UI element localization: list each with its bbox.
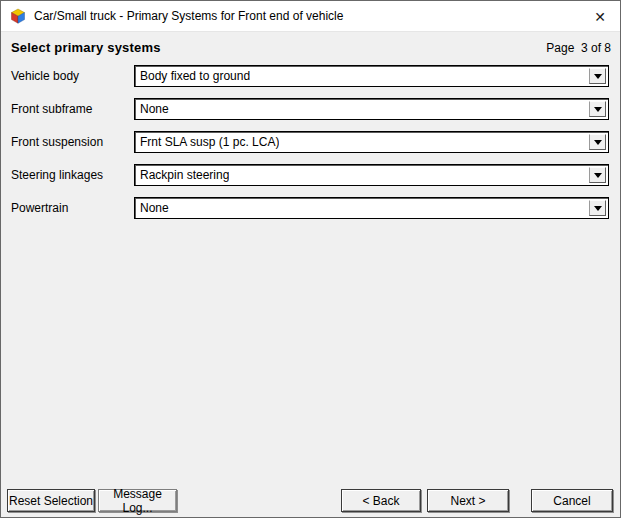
front-suspension-dropdown[interactable]: Frnt SLA susp (1 pc. LCA) bbox=[134, 131, 609, 153]
vehicle-body-label: Vehicle body bbox=[11, 69, 134, 83]
powertrain-label: Powertrain bbox=[11, 201, 134, 215]
powertrain-dropdown[interactable]: None bbox=[134, 197, 609, 219]
chevron-down-icon bbox=[594, 74, 602, 79]
steering-linkages-label: Steering linkages bbox=[11, 168, 134, 182]
close-icon: ✕ bbox=[594, 9, 606, 25]
page-indicator: Page 3 of 8 bbox=[546, 41, 611, 55]
message-log-button[interactable]: Message Log... bbox=[98, 489, 177, 512]
chevron-down-icon bbox=[594, 107, 602, 112]
page-title: Select primary systems bbox=[11, 40, 161, 55]
dropdown-arrow-button[interactable] bbox=[589, 68, 606, 84]
dropdown-arrow-button[interactable] bbox=[589, 101, 606, 117]
form-row-front-suspension: Front suspension Frnt SLA susp (1 pc. LC… bbox=[11, 131, 609, 153]
dropdown-arrow-button[interactable] bbox=[589, 134, 606, 150]
title-bar: Car/Small truck - Primary Systems for Fr… bbox=[1, 1, 620, 32]
close-button[interactable]: ✕ bbox=[588, 5, 612, 29]
front-subframe-dropdown[interactable]: None bbox=[134, 98, 609, 120]
app-cube-icon bbox=[10, 8, 26, 24]
steering-linkages-dropdown[interactable]: Rackpin steering bbox=[134, 164, 609, 186]
next-button[interactable]: Next > bbox=[427, 489, 509, 512]
front-suspension-label: Front suspension bbox=[11, 135, 134, 149]
form-row-powertrain: Powertrain None bbox=[11, 197, 609, 219]
chevron-down-icon bbox=[594, 140, 602, 145]
dropdown-arrow-button[interactable] bbox=[589, 167, 606, 183]
window-title: Car/Small truck - Primary Systems for Fr… bbox=[34, 9, 343, 23]
page-header: Select primary systems Page 3 of 8 bbox=[11, 40, 611, 55]
back-button[interactable]: < Back bbox=[341, 489, 421, 512]
vehicle-body-dropdown[interactable]: Body fixed to ground bbox=[134, 65, 609, 87]
dropdown-value: None bbox=[140, 201, 169, 215]
dropdown-value: Frnt SLA susp (1 pc. LCA) bbox=[140, 135, 279, 149]
dropdown-value: Rackpin steering bbox=[140, 168, 229, 182]
form-row-steering-linkages: Steering linkages Rackpin steering bbox=[11, 164, 609, 186]
front-subframe-label: Front subframe bbox=[11, 102, 134, 116]
wizard-dialog: Car/Small truck - Primary Systems for Fr… bbox=[0, 0, 621, 518]
dropdown-value: Body fixed to ground bbox=[140, 69, 250, 83]
dropdown-value: None bbox=[140, 102, 169, 116]
dropdown-arrow-button[interactable] bbox=[589, 200, 606, 216]
form-row-vehicle-body: Vehicle body Body fixed to ground bbox=[11, 65, 609, 87]
chevron-down-icon bbox=[594, 206, 602, 211]
chevron-down-icon bbox=[594, 173, 602, 178]
form-row-front-subframe: Front subframe None bbox=[11, 98, 609, 120]
cancel-button[interactable]: Cancel bbox=[531, 489, 613, 512]
reset-selection-button[interactable]: Reset Selection bbox=[7, 489, 95, 512]
